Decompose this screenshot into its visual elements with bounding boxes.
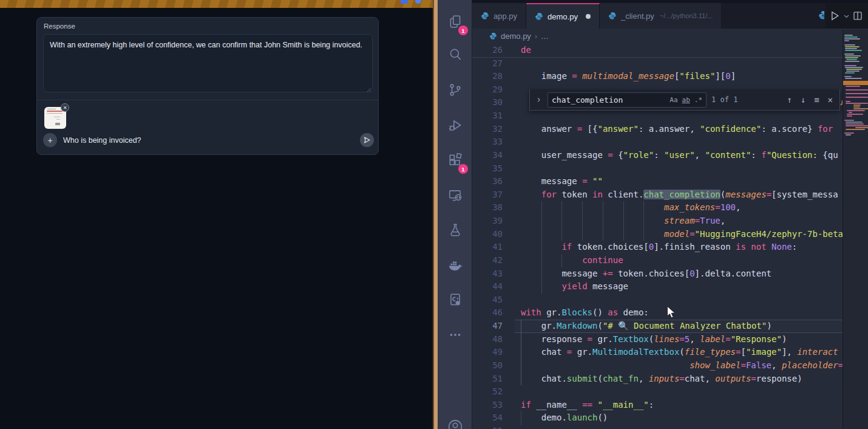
editor-tab-demo.py[interactable]: demo.py bbox=[526, 3, 600, 29]
code-line[interactable]: 35 bbox=[472, 162, 843, 176]
code-line[interactable]: 46with gr.Blocks() as demo: bbox=[472, 306, 843, 320]
minimap[interactable] bbox=[843, 30, 868, 429]
find-next-button[interactable]: ↓ bbox=[799, 95, 807, 105]
split-editor-button[interactable] bbox=[852, 10, 863, 21]
overflow-tab-python-icon[interactable] bbox=[818, 10, 824, 20]
code-line[interactable]: 43 message += token.choices[0].delta.con… bbox=[472, 267, 843, 281]
editor-tab-_client.py[interactable]: _client.py~/.../python3.11/... bbox=[600, 3, 722, 29]
code-line[interactable]: 44 yield message bbox=[472, 280, 843, 293]
code-line[interactable]: 38 max_tokens=100, bbox=[472, 201, 843, 214]
add-file-button[interactable]: + bbox=[43, 133, 57, 147]
line-number[interactable]: 38 bbox=[472, 201, 503, 214]
find-query[interactable]: chat_completion bbox=[552, 95, 665, 105]
more-views-icon[interactable] bbox=[438, 320, 472, 349]
code-tools-icon[interactable] bbox=[438, 286, 472, 315]
find-toggle-chevron-icon[interactable]: › bbox=[535, 94, 543, 105]
code-line[interactable]: 26de bbox=[472, 44, 843, 57]
line-number[interactable]: 55 bbox=[472, 425, 503, 429]
find-previous-button[interactable]: ↑ bbox=[785, 95, 793, 105]
attachment-thumbnail[interactable]: ✕ bbox=[44, 107, 66, 129]
code-line[interactable]: 39 stream=True, bbox=[472, 214, 843, 228]
code-editor[interactable]: 26de2728 image = multimodal_message["fil… bbox=[472, 44, 868, 429]
line-number[interactable]: 43 bbox=[472, 267, 503, 281]
code-line[interactable]: 52 bbox=[472, 385, 843, 399]
line-number[interactable]: 30 bbox=[472, 96, 503, 109]
run-debug-icon[interactable] bbox=[438, 111, 472, 140]
editor-tab-app.py[interactable]: app.py bbox=[472, 3, 526, 29]
modified-indicator-icon[interactable] bbox=[586, 14, 591, 19]
match-case-toggle[interactable]: Aa bbox=[670, 96, 677, 104]
code-line[interactable]: 53if __name__ == "__main__": bbox=[472, 399, 843, 412]
line-number[interactable]: 52 bbox=[472, 385, 503, 399]
line-number[interactable]: 45 bbox=[472, 293, 503, 307]
code-line[interactable]: 50 show_label=False, placeholder= bbox=[472, 359, 843, 372]
explorer-icon[interactable]: 1 bbox=[438, 7, 472, 36]
code-line[interactable]: 31 bbox=[472, 109, 843, 123]
response-textarea[interactable]: With an extremely high level of confiden… bbox=[43, 34, 373, 92]
regex-toggle[interactable]: .* bbox=[694, 96, 702, 104]
code-line[interactable]: 33 bbox=[472, 136, 843, 149]
send-button[interactable] bbox=[360, 133, 374, 147]
line-number[interactable]: 39 bbox=[472, 214, 503, 228]
line-number[interactable]: 34 bbox=[472, 149, 503, 162]
line-number[interactable]: 37 bbox=[472, 188, 503, 202]
run-python-file-button[interactable] bbox=[829, 10, 841, 22]
line-number[interactable]: 46 bbox=[472, 306, 503, 320]
code-line[interactable]: 45 bbox=[472, 293, 843, 307]
line-number[interactable]: 28 bbox=[472, 70, 503, 83]
line-number[interactable]: 48 bbox=[472, 333, 503, 346]
line-number[interactable]: 44 bbox=[472, 280, 503, 293]
code-line[interactable]: 28 image = multimodal_message["files"][0… bbox=[472, 70, 843, 83]
docker-icon[interactable] bbox=[438, 251, 472, 280]
line-number[interactable]: 29 bbox=[472, 83, 503, 97]
line-number[interactable]: 54 bbox=[472, 411, 503, 425]
chat-input[interactable]: Who is being invoiced? bbox=[63, 136, 141, 145]
testing-icon[interactable] bbox=[438, 216, 472, 245]
code-line[interactable]: 37 for token in client.chat_completion(m… bbox=[472, 188, 843, 202]
line-number[interactable]: 41 bbox=[472, 241, 503, 254]
code-line[interactable]: 27 bbox=[472, 57, 843, 70]
code-line[interactable]: 51 chat.submit(chat_fn, inputs=chat, out… bbox=[472, 372, 843, 386]
code-line[interactable]: 49 chat = gr.MultimodalTextbox(file_type… bbox=[472, 346, 843, 359]
line-number[interactable]: 40 bbox=[472, 228, 503, 241]
code-line[interactable]: 32 answer = [{"answer": a.answer, "confi… bbox=[472, 123, 843, 136]
code-text: yield message bbox=[521, 280, 843, 293]
line-number[interactable]: 36 bbox=[472, 175, 503, 188]
find-input[interactable]: chat_completion Aa ab .* bbox=[548, 92, 707, 108]
code-line[interactable]: 55 bbox=[472, 425, 843, 429]
code-line[interactable]: 40 model="HuggingFaceH4/zephyr-7b-beta bbox=[472, 228, 843, 241]
code-line[interactable]: 41 if token.choices[0].finish_reason is … bbox=[472, 241, 843, 254]
line-number[interactable]: 33 bbox=[472, 136, 503, 149]
code-line[interactable]: 34 user_message = {"role": "user", "cont… bbox=[472, 149, 843, 162]
code-line[interactable]: 42 continue bbox=[472, 254, 843, 267]
breadcrumb-separator-icon: › bbox=[535, 32, 537, 41]
line-number[interactable]: 49 bbox=[472, 346, 503, 359]
line-number[interactable]: 27 bbox=[472, 57, 503, 70]
breadcrumb-more[interactable]: … bbox=[541, 32, 549, 41]
line-number[interactable]: 26 bbox=[472, 44, 503, 57]
account-icon[interactable] bbox=[438, 411, 472, 429]
line-number[interactable]: 47 bbox=[472, 320, 503, 333]
remove-attachment-button[interactable]: ✕ bbox=[61, 103, 69, 112]
line-number[interactable]: 32 bbox=[472, 123, 503, 136]
whole-word-toggle[interactable]: ab bbox=[682, 96, 690, 104]
line-number[interactable]: 50 bbox=[472, 359, 503, 372]
code-line[interactable]: 36 message = "" bbox=[472, 175, 843, 188]
code-text: if __name__ == "__main__": bbox=[521, 399, 843, 412]
find-in-selection-button[interactable]: ≡ bbox=[812, 95, 821, 105]
line-number[interactable]: 42 bbox=[472, 254, 503, 267]
line-number[interactable]: 35 bbox=[472, 162, 503, 176]
remote-explorer-icon[interactable] bbox=[438, 181, 472, 210]
line-number[interactable]: 51 bbox=[472, 372, 503, 386]
code-line[interactable]: 54 demo.launch() bbox=[472, 411, 843, 425]
extensions-icon[interactable]: 1 bbox=[438, 146, 472, 175]
line-number[interactable]: 31 bbox=[472, 109, 503, 123]
find-close-button[interactable]: ✕ bbox=[826, 95, 835, 105]
breadcrumb-file[interactable]: demo.py bbox=[501, 32, 531, 41]
search-icon[interactable] bbox=[438, 40, 472, 69]
line-number[interactable]: 53 bbox=[472, 399, 503, 412]
code-line[interactable]: 47 gr.Markdown("# 🔍 Document Analyzer Ch… bbox=[472, 320, 843, 333]
source-control-icon[interactable] bbox=[438, 75, 472, 105]
code-line[interactable]: 48 response = gr.Textbox(lines=5, label=… bbox=[472, 333, 843, 346]
run-dropdown-chevron-icon[interactable] bbox=[843, 13, 850, 19]
